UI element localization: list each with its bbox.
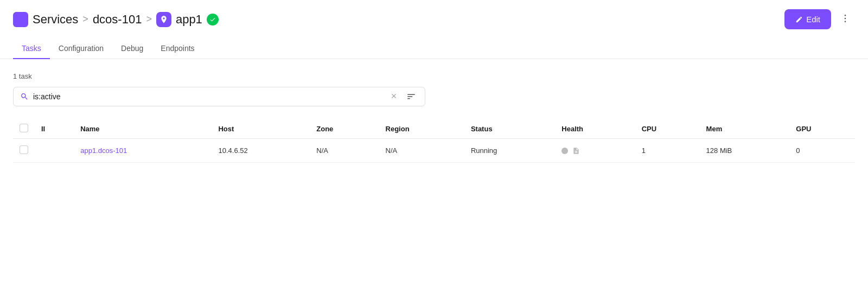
services-icon <box>13 12 28 27</box>
breadcrumb-sep-2: > <box>146 14 152 25</box>
col-header-checkbox <box>13 119 35 139</box>
row-ii <box>35 139 74 163</box>
svg-point-2 <box>845 21 846 23</box>
edit-button[interactable]: Edit <box>784 9 831 29</box>
row-mem: 128 MiB <box>700 139 790 163</box>
col-header-health: Health <box>555 119 635 139</box>
tasks-table: II Name Host Zone Region Status Health C… <box>13 119 855 163</box>
main-content: 1 task II Name <box>0 59 868 176</box>
svg-point-1 <box>845 18 846 20</box>
more-options-button[interactable] <box>835 9 855 30</box>
breadcrumb-services[interactable]: Services <box>33 12 78 27</box>
tab-debug[interactable]: Debug <box>112 39 152 59</box>
breadcrumb-sep-1: > <box>82 14 88 25</box>
tab-endpoints[interactable]: Endpoints <box>152 39 203 59</box>
row-host: 10.4.6.52 <box>212 139 310 163</box>
col-header-host: Host <box>212 119 310 139</box>
col-header-gpu: GPU <box>789 119 855 139</box>
col-header-ii: II <box>35 119 74 139</box>
tab-tasks[interactable]: Tasks <box>13 39 50 59</box>
row-zone: N/A <box>310 139 379 163</box>
col-header-mem: Mem <box>700 119 790 139</box>
header-actions: Edit <box>784 9 855 30</box>
breadcrumb: Services > dcos-101 > app1 <box>13 12 219 27</box>
search-filter-button[interactable] <box>404 92 418 101</box>
col-header-zone: Zone <box>310 119 379 139</box>
select-all-checkbox[interactable] <box>20 124 28 132</box>
tab-bar: Tasks Configuration Debug Endpoints <box>0 39 868 59</box>
app-icon <box>156 12 171 27</box>
search-input[interactable] <box>33 92 384 101</box>
search-clear-button[interactable] <box>388 92 400 101</box>
search-icon <box>20 92 29 101</box>
breadcrumb-dcos[interactable]: dcos-101 <box>93 12 142 27</box>
tab-configuration[interactable]: Configuration <box>50 39 112 59</box>
row-cpu: 1 <box>635 139 700 163</box>
row-name[interactable]: app1.dcos-101 <box>74 139 212 163</box>
row-gpu: 0 <box>789 139 855 163</box>
row-checkbox[interactable] <box>20 145 28 154</box>
svg-point-0 <box>845 15 846 16</box>
row-checkbox-cell <box>13 139 35 163</box>
col-header-region: Region <box>379 119 464 139</box>
health-dot-icon <box>561 148 568 154</box>
health-doc-icon <box>572 147 580 155</box>
row-health <box>555 139 635 163</box>
status-check-icon <box>207 14 219 25</box>
tasks-table-wrap: II Name Host Zone Region Status Health C… <box>13 119 855 163</box>
col-header-status: Status <box>464 119 555 139</box>
page-header: Services > dcos-101 > app1 Edit <box>0 0 868 30</box>
table-row: app1.dcos-101 10.4.6.52 N/A N/A Running <box>13 139 855 163</box>
col-header-name: Name <box>74 119 212 139</box>
search-box <box>13 87 425 106</box>
task-count: 1 task <box>13 72 855 80</box>
table-header-row: II Name Host Zone Region Status Health C… <box>13 119 855 139</box>
row-region: N/A <box>379 139 464 163</box>
breadcrumb-app[interactable]: app1 <box>176 12 202 27</box>
row-status: Running <box>464 139 555 163</box>
col-header-cpu: CPU <box>635 119 700 139</box>
